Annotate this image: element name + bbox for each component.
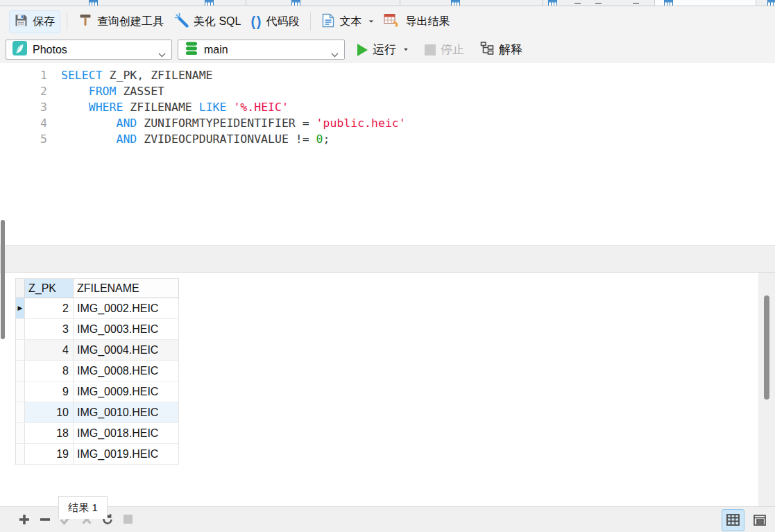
run-toolbar: Photos main 运行 停止 解释 <box>0 36 775 63</box>
table-row[interactable]: 18IMG_0018.HEIC <box>16 423 179 444</box>
grid-cell-zfilename[interactable]: IMG_0003.HEIC <box>74 319 179 340</box>
code-line[interactable]: 1SELECT Z_PK, ZFILENAME <box>0 67 775 83</box>
table-tab-icon <box>291 0 300 6</box>
table-tab-icon <box>451 0 460 6</box>
table-tab-icon <box>205 0 214 6</box>
connection-value: Photos <box>33 44 67 56</box>
grid-cell-zpk[interactable]: 3 <box>25 319 74 340</box>
beautify-sql-button[interactable]: 美化 SQL <box>169 10 246 33</box>
tab-result1[interactable]: 结果 1 <box>58 496 108 519</box>
text-view-label: 文本 <box>339 15 361 29</box>
save-button[interactable]: 保存 <box>9 10 60 33</box>
grid-cell-zfilename[interactable]: IMG_0009.HEIC <box>74 381 179 402</box>
grid-cell-zpk[interactable]: 19 <box>25 444 74 465</box>
line-number: 4 <box>0 115 47 131</box>
table-row[interactable]: 9IMG_0009.HEIC <box>16 381 179 402</box>
code-snippet-button[interactable]: ( ) 代码段 <box>246 12 304 32</box>
code-text: SELECT Z_PK, ZFILENAME <box>61 67 213 83</box>
grid-cell-zfilename[interactable]: IMG_0002.HEIC <box>74 298 179 319</box>
chevron-down-icon <box>331 48 339 60</box>
grid-cell-zpk[interactable]: 9 <box>25 381 74 402</box>
tab-separator <box>246 0 246 6</box>
toolbar-separator <box>310 12 311 31</box>
code-line[interactable]: 2 FROM ZASSET <box>0 83 775 99</box>
grid-cell-zfilename[interactable]: IMG_0004.HEIC <box>74 340 179 361</box>
row-marker[interactable] <box>16 340 25 361</box>
stop-record-button <box>122 513 135 526</box>
chevron-down-icon <box>404 49 408 51</box>
code-snippet-label: 代码段 <box>266 15 299 29</box>
form-view-button[interactable] <box>748 509 771 531</box>
add-record-button[interactable] <box>18 513 31 526</box>
sql-editor[interactable]: 1SELECT Z_PK, ZFILENAME2 FROM ZASSET3 WH… <box>0 63 775 245</box>
code-line[interactable]: 3 WHERE ZFILENAME LIKE '%.HEIC' <box>0 99 775 115</box>
export-result-button[interactable]: 导出结果 <box>379 10 454 33</box>
explain-button[interactable]: 解释 <box>475 39 527 61</box>
table-tab-icon <box>548 0 557 6</box>
chevron-down-icon <box>369 20 373 22</box>
row-marker[interactable]: ▶ <box>16 298 25 319</box>
text-view-button[interactable]: 文本 <box>317 10 379 33</box>
code-line[interactable]: 4 AND ZUNIFORMTYPEIDENTIFIER = 'public.h… <box>0 115 775 131</box>
row-marker[interactable] <box>16 361 25 381</box>
row-marker[interactable] <box>16 402 25 423</box>
grid-cell-zpk[interactable]: 2 <box>25 298 74 319</box>
code-text: AND ZUNIFORMTYPEIDENTIFIER = 'public.hei… <box>61 115 406 131</box>
grid-cell-zpk[interactable]: 10 <box>25 402 74 423</box>
code-line[interactable]: 5 AND ZVIDEOCPDURATIONVALUE != 0; <box>0 131 775 147</box>
grid-cell-zfilename[interactable]: IMG_0010.HEIC <box>74 402 179 423</box>
table-row[interactable]: 4IMG_0004.HEIC <box>16 340 179 361</box>
row-marker[interactable] <box>16 423 25 444</box>
table-row[interactable]: 19IMG_0019.HEIC <box>16 444 179 465</box>
delete-record-button[interactable] <box>39 513 51 526</box>
vertical-scrollbar-thumb[interactable] <box>764 295 769 400</box>
vertical-scrollbar[interactable] <box>758 273 775 507</box>
explain-plan-icon <box>480 42 494 58</box>
column-header-zfilename[interactable]: ZFILENAME <box>74 279 179 298</box>
connection-select[interactable]: Photos <box>6 40 172 60</box>
sqlite-connection-icon <box>12 41 27 58</box>
tab-separator <box>543 0 543 6</box>
table-row[interactable]: ▶2IMG_0002.HEIC <box>16 298 179 319</box>
row-marker[interactable] <box>16 381 25 402</box>
document-tabbar <box>0 0 775 6</box>
line-number: 3 <box>0 99 47 115</box>
row-marker-header <box>16 279 25 298</box>
grid-cell-zfilename[interactable]: IMG_0018.HEIC <box>74 423 179 444</box>
table-row[interactable]: 8IMG_0008.HEIC <box>16 361 179 381</box>
table-tab-icon <box>664 0 673 6</box>
run-icon <box>357 44 368 56</box>
column-header-zpk[interactable]: Z_PK <box>25 279 74 298</box>
database-select[interactable]: main <box>178 40 345 60</box>
grid-cell-zpk[interactable]: 18 <box>25 423 74 444</box>
table-tab-icon <box>767 0 775 6</box>
parentheses-icon: ( ) <box>250 15 261 28</box>
main-toolbar: 保存 查询创建工具 美化 SQL ( ) 代码段 文本 导出结果 <box>0 7 775 36</box>
grid-cell-zfilename[interactable]: IMG_0008.HEIC <box>74 361 179 381</box>
database-icon <box>185 42 198 58</box>
query-builder-label: 查询创建工具 <box>97 15 164 29</box>
query-builder-button[interactable]: 查询创建工具 <box>74 10 169 33</box>
record-toolbar <box>0 506 775 532</box>
run-label: 运行 <box>373 42 396 58</box>
code-text: WHERE ZFILENAME LIKE '%.HEIC' <box>61 99 289 115</box>
row-marker[interactable] <box>16 319 25 340</box>
database-value: main <box>204 44 228 56</box>
floppy-icon <box>15 14 28 30</box>
line-number: 2 <box>0 83 47 99</box>
table-row[interactable]: 10IMG_0010.HEIC <box>16 402 179 423</box>
export-result-label: 导出结果 <box>405 15 450 29</box>
run-button[interactable]: 运行 <box>352 39 414 60</box>
grid-view-button[interactable] <box>722 509 744 531</box>
hammer-icon <box>78 13 92 30</box>
stop-label: 停止 <box>441 42 464 58</box>
row-marker[interactable] <box>16 444 25 465</box>
export-table-icon <box>384 13 400 31</box>
tab-text-fragment <box>574 3 581 4</box>
table-row[interactable]: 3IMG_0003.HEIC <box>16 319 179 340</box>
left-scrollbar-thumb[interactable] <box>1 220 5 339</box>
grid-cell-zpk[interactable]: 4 <box>25 340 74 361</box>
grid-cell-zfilename[interactable]: IMG_0019.HEIC <box>74 444 179 465</box>
toolbar-separator <box>67 12 67 31</box>
grid-cell-zpk[interactable]: 8 <box>25 361 74 381</box>
